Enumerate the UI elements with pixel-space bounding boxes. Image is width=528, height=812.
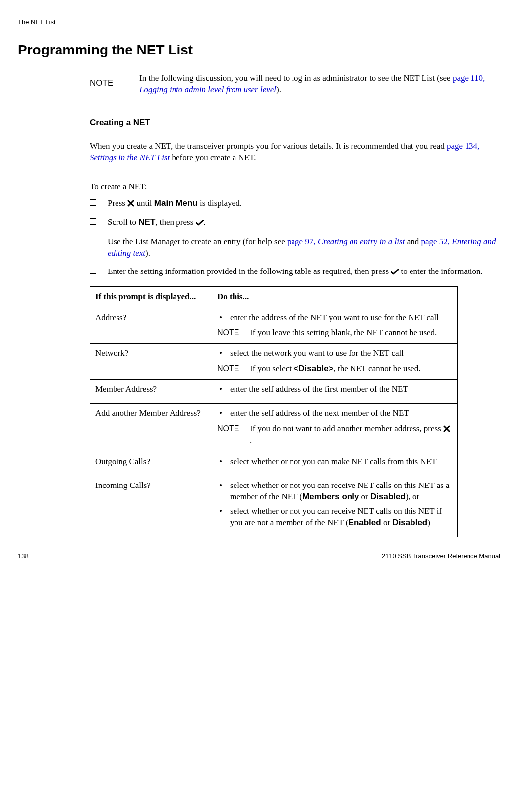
xref-title[interactable]: Settings in the NET List xyxy=(90,153,170,162)
table-header-row: If this prompt is displayed... Do this..… xyxy=(90,287,458,308)
table-row: Network? select the network you want to … xyxy=(90,344,458,380)
cancel-icon xyxy=(127,199,134,210)
intro-note: NOTE In the following discussion, you wi… xyxy=(90,73,500,96)
text: Enter the setting information provided i… xyxy=(108,267,391,276)
note-text: If you leave this setting blank, the NET… xyxy=(250,327,452,339)
prompt-cell: Member Address? xyxy=(90,380,212,404)
note-text: If you do not want to add another member… xyxy=(250,423,452,447)
doc-title: 2110 SSB Transceiver Reference Manual xyxy=(382,552,500,561)
col-header-action: Do this... xyxy=(212,287,458,308)
text: If you select xyxy=(250,364,293,373)
xref-page[interactable]: page 52, xyxy=(421,237,452,246)
body-paragraph: When you create a NET, the transceiver p… xyxy=(90,141,500,163)
table-row: Incoming Calls? select whether or not yo… xyxy=(90,476,458,537)
page-number: 138 xyxy=(18,552,29,561)
text: is displayed. xyxy=(198,198,242,208)
step: Scroll to NET, then press . xyxy=(90,217,500,229)
ui-label: <Disable> xyxy=(293,364,333,373)
running-head: The NET List xyxy=(18,18,500,27)
list-item: select whether or not you can receive NE… xyxy=(217,506,452,529)
section-title: Programming the NET List xyxy=(18,41,500,59)
text: and xyxy=(405,237,421,246)
list-item: select whether or not you can make NET c… xyxy=(217,456,452,468)
action-cell: select whether or not you can receive NE… xyxy=(212,476,458,537)
action-cell: select whether or not you can make NET c… xyxy=(212,452,458,476)
xref-page[interactable]: page 97, xyxy=(287,237,318,246)
step: Enter the setting information provided i… xyxy=(90,266,500,278)
page-footer: 138 2110 SSB Transceiver Reference Manua… xyxy=(18,552,500,561)
note-label: NOTE xyxy=(217,423,250,447)
ui-label: NET xyxy=(138,217,155,227)
text: If you do not want to add another member… xyxy=(250,424,443,433)
list-item: enter the address of the NET you want to… xyxy=(217,312,452,324)
xref-page[interactable]: page 110, xyxy=(453,73,485,83)
text: ). xyxy=(276,85,281,94)
prompt-cell: Incoming Calls? xyxy=(90,476,212,537)
ok-icon xyxy=(391,267,399,278)
action-cell: enter the address of the NET you want to… xyxy=(212,308,458,344)
xref-title[interactable]: Creating an entry in a list xyxy=(318,237,405,246)
prompt-cell: Outgoing Calls? xyxy=(90,452,212,476)
xref-title[interactable]: Logging into admin level from user level xyxy=(139,85,276,94)
procedure-steps: Press until Main Menu is displayed. Scro… xyxy=(90,198,500,278)
list-item: select whether or not you can receive NE… xyxy=(217,480,452,503)
note-text: If you select <Disable>, the NET cannot … xyxy=(250,363,452,375)
ui-label: Disabled xyxy=(370,492,406,501)
text: ), or xyxy=(406,492,419,501)
action-cell: enter the self address of the first memb… xyxy=(212,380,458,404)
text: , then press xyxy=(155,217,195,227)
list-item: enter the self address of the first memb… xyxy=(217,384,452,395)
procedure-lead: To create a NET: xyxy=(90,181,500,193)
prompt-cell: Address? xyxy=(90,308,212,344)
text: until xyxy=(134,198,154,208)
subsection-title: Creating a NET xyxy=(90,117,500,129)
text: Scroll to xyxy=(108,217,138,227)
step: Use the List Manager to create an entry … xyxy=(90,236,500,259)
table-row: Member Address? enter the self address o… xyxy=(90,380,458,404)
text: . xyxy=(250,436,252,445)
ok-icon xyxy=(196,218,204,229)
text: or xyxy=(381,518,393,527)
ui-label: Main Menu xyxy=(154,198,198,208)
text: , the NET cannot be used. xyxy=(334,364,421,373)
text: Use the List Manager to create an entry … xyxy=(108,237,287,246)
col-header-prompt: If this prompt is displayed... xyxy=(90,287,212,308)
text: In the following discussion, you will ne… xyxy=(139,73,453,83)
cancel-icon xyxy=(443,424,450,435)
text: ). xyxy=(145,248,150,258)
note-label: NOTE xyxy=(90,73,139,89)
cell-note: NOTE If you select <Disable>, the NET ca… xyxy=(217,363,452,375)
action-cell: enter the self address of the next membe… xyxy=(212,404,458,452)
note-label: NOTE xyxy=(217,363,250,375)
text: ) xyxy=(427,518,430,527)
list-item: enter the self address of the next membe… xyxy=(217,408,452,419)
table-row: Outgoing Calls? select whether or not yo… xyxy=(90,452,458,476)
ui-label: Enabled xyxy=(349,518,381,527)
text: . xyxy=(204,217,206,227)
ui-label: Disabled xyxy=(392,518,427,527)
list-item: select the network you want to use for t… xyxy=(217,348,452,359)
step: Press until Main Menu is displayed. xyxy=(90,198,500,210)
prompt-cell: Add another Member Address? xyxy=(90,404,212,452)
cell-note: NOTE If you do not want to add another m… xyxy=(217,423,452,447)
action-cell: select the network you want to use for t… xyxy=(212,344,458,380)
table-row: Add another Member Address? enter the se… xyxy=(90,404,458,452)
note-text: In the following discussion, you will ne… xyxy=(139,73,500,96)
text: before you create a NET. xyxy=(170,153,256,162)
note-label: NOTE xyxy=(217,327,250,339)
text: or xyxy=(359,492,370,501)
xref-page[interactable]: page 134, xyxy=(447,141,479,151)
ui-label: Members only xyxy=(302,492,359,501)
cell-note: NOTE If you leave this setting blank, th… xyxy=(217,327,452,339)
prompt-cell: Network? xyxy=(90,344,212,380)
text: to enter the information. xyxy=(399,267,482,276)
text: Press xyxy=(108,198,127,208)
text: When you create a NET, the transceiver p… xyxy=(90,141,447,151)
table-row: Address? enter the address of the NET yo… xyxy=(90,308,458,344)
settings-table: If this prompt is displayed... Do this..… xyxy=(90,286,458,537)
